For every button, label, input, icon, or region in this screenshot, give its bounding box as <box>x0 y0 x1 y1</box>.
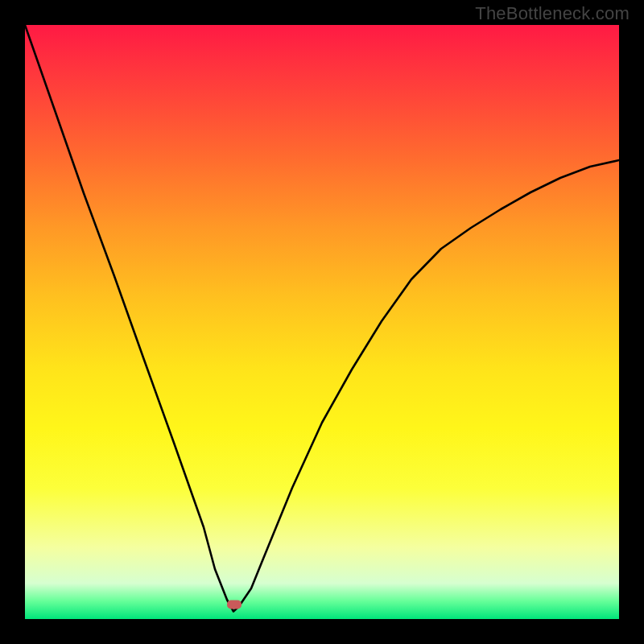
plot-area <box>25 25 619 619</box>
bottleneck-curve <box>25 25 619 612</box>
optimal-point-marker <box>227 601 242 609</box>
curve-svg <box>25 25 619 619</box>
watermark-text: TheBottleneck.com <box>475 3 630 24</box>
